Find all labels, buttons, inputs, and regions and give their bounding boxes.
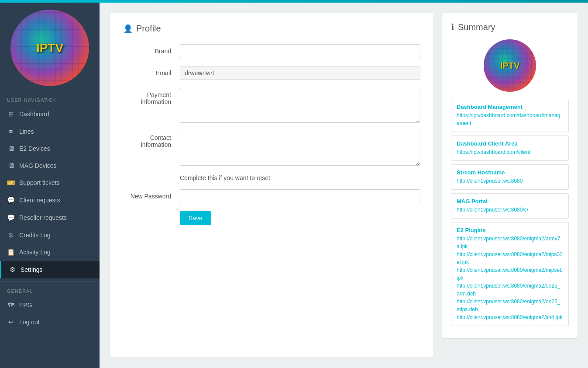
brand-label: Brand — [123, 44, 180, 55]
summary-link-url-e2-oe25mips[interactable]: http://client.vpnuser.ws:8080/enigma2/oe… — [457, 298, 563, 313]
summary-icon: ℹ — [451, 22, 454, 32]
sidebar-logo: IPTV — [0, 3, 100, 93]
brand-input[interactable] — [180, 44, 420, 58]
summary-link-title: Stream Hostname — [457, 169, 563, 176]
sidebar-item-label: Log out — [19, 319, 40, 326]
sidebar-item-label: Activity Log — [19, 249, 51, 256]
email-input[interactable] — [180, 66, 420, 80]
payment-label: Payment information — [123, 88, 180, 105]
sidebar-item-lines[interactable]: ≡ Lines — [0, 123, 100, 140]
sidebar-item-label: Credits Log — [19, 232, 51, 239]
save-button[interactable]: Save — [180, 211, 211, 225]
client-requests-icon: 💬 — [7, 196, 15, 204]
summary-logo: IPTV — [484, 39, 536, 92]
support-icon: 🎫 — [7, 179, 15, 187]
summary-logo-text: IPTV — [500, 61, 519, 71]
sidebar-item-activity-log[interactable]: 📋 Activity Log — [0, 243, 100, 261]
summary-card: ℹ Summary IPTV Dashboard Management http… — [442, 13, 578, 338]
sidebar-item-label: Settings — [21, 266, 43, 273]
reset-section-label: Complete this if you want to reset — [180, 174, 420, 181]
sidebar-item-reseller-requests[interactable]: 💬 Reseller requests — [0, 209, 100, 226]
activity-log-icon: 📋 — [7, 248, 15, 256]
profile-icon: 👤 — [123, 24, 133, 34]
summary-link-title: Dashboard Client Area — [457, 140, 563, 147]
credits-log-icon: $ — [7, 231, 15, 239]
main-content: 👤 Profile Brand Email Payment informatio… — [100, 3, 588, 368]
magdevices-icon: 🖥 — [7, 162, 15, 169]
summary-link-url-e2-sh4[interactable]: http://client.vpnuser.ws:8080/enigma2/sh… — [457, 313, 563, 321]
epg-icon: 🗺 — [7, 301, 15, 309]
summary-link-title: E2 Plugins — [457, 227, 563, 233]
profile-title: 👤 Profile — [123, 24, 420, 34]
sidebar-divider — [0, 281, 100, 281]
sidebar-item-support-tickets[interactable]: 🎫 Support tickets — [0, 174, 100, 191]
logo-globe: IPTV — [10, 10, 89, 86]
logout-icon: ↩ — [7, 318, 15, 326]
summary-link-url[interactable]: https://iptvdashboard.com/client — [457, 148, 563, 156]
sidebar-item-dashboard[interactable]: ⊞ Dashboard — [0, 105, 100, 123]
sidebar-item-label: Reseller requests — [19, 214, 67, 221]
payment-row: Payment information — [123, 88, 420, 123]
contact-row: Contact information — [123, 131, 420, 166]
profile-card: 👤 Profile Brand Email Payment informatio… — [110, 13, 433, 358]
contact-textarea[interactable] — [180, 131, 420, 166]
summary-link-title: MAG Portal — [457, 198, 563, 205]
payment-textarea[interactable] — [180, 88, 420, 123]
sidebar-item-logout[interactable]: ↩ Log out — [0, 313, 100, 331]
summary-link-stream-hostname: Stream Hostname http://client.vpnuser.ws… — [451, 164, 569, 190]
e2devices-icon: 🖥 — [7, 145, 15, 152]
summary-link-url[interactable]: http://client.vpnuser.ws:8080/c/ — [457, 206, 563, 214]
sidebar-item-magdevices[interactable]: 🖥 MAG Devices — [0, 157, 100, 174]
sidebar-item-label: Support tickets — [19, 179, 60, 186]
sidebar-item-label: E2 Devices — [19, 145, 50, 152]
summary-link-e2-plugins: E2 Plugins http://client.vpnuser.ws:8080… — [451, 222, 569, 326]
summary-link-url-e2-mipsel[interactable]: http://client.vpnuser.ws:8080/enigma2/mi… — [457, 266, 563, 282]
summary-title: ℹ Summary — [451, 22, 569, 32]
sidebar-item-client-requests[interactable]: 💬 Client requests — [0, 191, 100, 209]
dashboard-icon: ⊞ — [7, 110, 15, 118]
settings-icon: ⚙ — [8, 266, 16, 274]
brand-row: Brand — [123, 44, 420, 58]
reseller-requests-icon: 💬 — [7, 214, 15, 222]
contact-label: Contact information — [123, 131, 180, 148]
summary-link-client-area: Dashboard Client Area https://iptvdashbo… — [451, 135, 569, 161]
summary-link-url[interactable]: http://client.vpnuser.ws:8080 — [457, 177, 563, 185]
sidebar-item-label: Client requests — [19, 197, 60, 204]
lines-icon: ≡ — [7, 128, 15, 135]
summary-link-url[interactable]: https://iptvdashboard.com/dashboard/mana… — [457, 111, 563, 127]
logo-text: IPTV — [36, 41, 63, 55]
sidebar: IPTV USER NAVIGATION ⊞ Dashboard ≡ Lines… — [0, 3, 100, 368]
sidebar-section-user-nav: USER NAVIGATION — [0, 93, 100, 105]
summary-link-dashboard-mgmt: Dashboard Management https://iptvdashboa… — [451, 99, 569, 132]
sidebar-item-label: EPG — [19, 302, 32, 309]
summary-link-url-e2-oe25arm[interactable]: http://client.vpnuser.ws:8080/enigma2/oe… — [457, 282, 563, 298]
sidebar-item-label: MAG Devices — [19, 162, 57, 169]
sidebar-item-epg[interactable]: 🗺 EPG — [0, 296, 100, 313]
summary-link-mag-portal: MAG Portal http://client.vpnuser.ws:8080… — [451, 193, 569, 219]
sidebar-item-label: Lines — [19, 128, 34, 135]
summary-link-title: Dashboard Management — [457, 104, 563, 110]
new-password-label: New Password — [123, 189, 180, 200]
sidebar-item-settings[interactable]: ⚙ Settings — [0, 261, 100, 278]
summary-link-url-e2-mips32el[interactable]: http://client.vpnuser.ws:8080/enigma2/mi… — [457, 250, 563, 266]
summary-link-url-e2-armv7a[interactable]: http://client.vpnuser.ws:8080/enigma2/ar… — [457, 235, 563, 250]
sidebar-item-credits-log[interactable]: $ Credits Log — [0, 226, 100, 243]
new-password-input[interactable] — [180, 189, 420, 203]
email-label: Email — [123, 66, 180, 76]
sidebar-section-general: GENERAL — [0, 284, 100, 296]
sidebar-item-e2devices[interactable]: 🖥 E2 Devices — [0, 140, 100, 157]
new-password-row: New Password — [123, 189, 420, 203]
email-row: Email — [123, 66, 420, 80]
sidebar-item-label: Dashboard — [19, 111, 49, 118]
